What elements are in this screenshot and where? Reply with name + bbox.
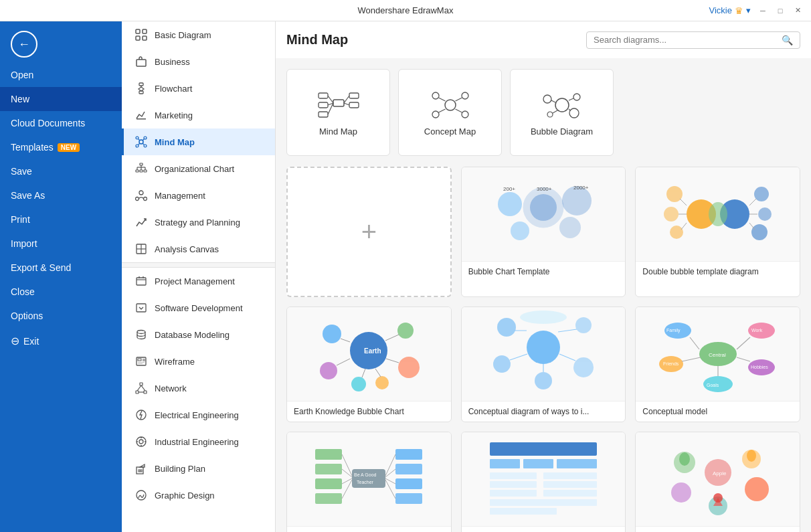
category-analysis[interactable]: Analysis Canvas [122, 236, 275, 262]
sidebar-item-open[interactable]: Open [0, 63, 122, 87]
svg-marker-7 [139, 87, 144, 91]
svg-point-123 [351, 377, 366, 391]
category-marketing[interactable]: Marketing [122, 102, 275, 128]
conceptual-diagram-label: Conceptual diagram of ways to i... [462, 401, 626, 422]
category-database[interactable]: Database Modeling [122, 321, 275, 348]
svg-text:Work: Work [751, 328, 763, 333]
svg-point-76 [432, 92, 439, 99]
template-bubble-chart[interactable]: 200+ 3000+ 2000+ Bubble Chart Template [461, 167, 626, 297]
category-panel: Basic Diagram Business Flowchart Marketi… [122, 21, 276, 532]
svg-line-139 [558, 329, 577, 332]
svg-line-92 [569, 109, 570, 110]
flowchart-blue-label [462, 526, 626, 532]
svg-rect-41 [138, 359, 141, 361]
svg-line-141 [559, 354, 575, 361]
diagram-type-bubblediagram[interactable]: Bubble Diagram [510, 69, 614, 156]
template-double-bubble[interactable]: Double bubble template diagram [635, 167, 800, 297]
svg-point-86 [573, 94, 580, 100]
new-template-card[interactable]: + [286, 167, 452, 297]
template-earth-knowledge[interactable]: Earth [286, 306, 452, 422]
svg-rect-64 [333, 100, 344, 106]
bubble-chart-label: Bubble Chart Template [462, 261, 626, 282]
svg-point-106 [670, 226, 683, 239]
sidebar-item-templates[interactable]: Templates NEW [0, 135, 122, 159]
user-menu[interactable]: Vickie ♛ ▾ [709, 5, 751, 16]
svg-point-97 [511, 221, 529, 240]
project-icon [134, 274, 148, 288]
category-mindmap[interactable]: Mind Map [122, 128, 275, 155]
back-button[interactable]: ← [11, 31, 37, 58]
category-strategy[interactable]: Strategy and Planning [122, 209, 275, 236]
sidebar-item-print[interactable]: Print [0, 207, 122, 232]
search-input[interactable] [594, 35, 782, 45]
svg-rect-65 [319, 93, 328, 98]
username: Vickie [709, 5, 732, 15]
svg-line-115 [749, 199, 756, 205]
category-network[interactable]: Network [122, 375, 275, 402]
svg-point-63 [137, 491, 146, 500]
template-conceptual-model[interactable]: Central Family [635, 306, 800, 422]
svg-line-152 [682, 357, 701, 361]
template-conceptual-diagram[interactable]: Conceptual diagram of ways to i... [461, 306, 626, 422]
svg-text:Central: Central [709, 352, 726, 358]
org-chart-icon [134, 162, 148, 175]
category-electrical[interactable]: Electrical Engineering [122, 402, 275, 428]
category-wireframe[interactable]: Wireframe [122, 348, 275, 375]
svg-rect-181 [523, 459, 553, 468]
svg-line-171 [385, 454, 395, 476]
sidebar-item-exit[interactable]: ⊖ Exit [0, 328, 122, 354]
svg-line-16 [143, 139, 145, 140]
sidebar-item-options[interactable]: Options [0, 304, 122, 328]
analysis-icon [134, 242, 148, 256]
be-good-teacher-thumb: Be A Good Teacher [287, 432, 451, 526]
category-management[interactable]: Management [122, 182, 275, 209]
maximize-button[interactable]: □ [775, 5, 786, 16]
category-software[interactable]: Software Development [122, 294, 275, 321]
sidebar-item-cloud[interactable]: Cloud Documents [0, 111, 122, 135]
svg-point-88 [569, 108, 579, 118]
category-building[interactable]: Building Plan [122, 455, 275, 482]
close-button[interactable]: ✕ [792, 5, 803, 16]
category-business[interactable]: Business [122, 48, 275, 75]
network-icon [134, 381, 148, 395]
bubblediagram-type-label: Bubble Diagram [531, 126, 593, 137]
svg-point-53 [139, 440, 143, 444]
diagram-type-conceptmap[interactable]: Concept Map [398, 69, 502, 156]
svg-rect-167 [315, 449, 342, 460]
svg-rect-45 [138, 363, 143, 364]
svg-rect-19 [140, 163, 143, 165]
fruits-label [636, 526, 800, 532]
sidebar-item-save[interactable]: Save [0, 159, 122, 183]
svg-line-175 [342, 454, 352, 476]
category-org-chart[interactable]: Organizational Chart [122, 155, 275, 182]
svg-point-199 [747, 450, 756, 462]
category-project[interactable]: Project Management [122, 268, 275, 294]
electrical-icon [134, 408, 148, 422]
sidebar-item-export[interactable]: Export & Send [0, 256, 122, 280]
sidebar-item-close[interactable]: Close [0, 280, 122, 304]
sidebar-item-new[interactable]: New [0, 87, 122, 111]
diagram-type-mindmap[interactable]: Mind Map [286, 69, 390, 156]
template-flowchart-blue[interactable] [461, 432, 626, 532]
category-database-label: Database Modeling [155, 330, 230, 340]
business-icon [134, 55, 148, 68]
category-industrial[interactable]: Industrial Engineering [122, 428, 275, 455]
page-title: Mind Map [286, 27, 348, 53]
svg-rect-185 [490, 490, 537, 497]
earth-knowledge-label: Earth Knowledge Bubble Chart [287, 401, 451, 422]
svg-line-116 [749, 223, 755, 230]
sidebar-item-import[interactable]: Import [0, 232, 122, 256]
template-be-good-teacher[interactable]: Be A Good Teacher [286, 432, 452, 532]
category-flowchart[interactable]: Flowchart [122, 75, 275, 102]
svg-line-129 [362, 369, 365, 377]
category-basic-diagram[interactable]: Basic Diagram [122, 21, 275, 48]
category-graphic[interactable]: Graphic Design [122, 482, 275, 509]
svg-point-108 [758, 207, 772, 221]
print-label: Print [11, 214, 30, 225]
svg-rect-183 [490, 472, 537, 479]
cloud-label: Cloud Documents [11, 118, 85, 128]
svg-rect-1 [143, 29, 147, 33]
minimize-button[interactable]: ─ [757, 5, 768, 16]
sidebar-item-saveas[interactable]: Save As [0, 183, 122, 207]
template-fruits[interactable]: Apple [635, 432, 800, 532]
